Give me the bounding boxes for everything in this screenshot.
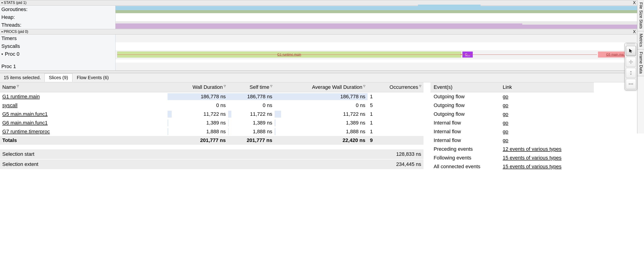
- tool-pan[interactable]: [626, 57, 636, 67]
- toolbox[interactable]: [625, 43, 637, 90]
- selection-extent-label: Selection extent: [0, 159, 245, 169]
- flow-arrow-icon: [461, 54, 462, 55]
- slice-name[interactable]: G1 runtime.main: [0, 92, 168, 101]
- events-panel: Event(s) Link Outgoing flowgoOutgoing fl…: [424, 82, 637, 171]
- event-type: Internal flow: [430, 136, 500, 145]
- table-row[interactable]: syscall0 ns0 ns0 ns5: [0, 101, 424, 110]
- event-link[interactable]: 15 events of various types: [500, 154, 594, 162]
- event-link[interactable]: 12 events of various types: [500, 145, 594, 154]
- stats-tracks: Goroutines: Heap: Threads:: [0, 6, 637, 29]
- row-threads-label[interactable]: Threads:: [0, 21, 115, 29]
- tab-file-size-stats[interactable]: File Size Stats: [637, 0, 644, 31]
- selection-extent-value: 234,445 ns: [245, 159, 424, 169]
- row-syscalls-label[interactable]: Syscalls: [0, 42, 115, 50]
- event-type: Outgoing flow: [430, 110, 500, 118]
- event-link[interactable]: go: [500, 127, 594, 136]
- row-proc0-label[interactable]: Proc 0: [0, 50, 115, 58]
- tool-zoom-vertical[interactable]: [626, 68, 636, 78]
- procs-tracks: Timers Syscalls Proc 0 Proc 1 G1 runtime…: [0, 34, 637, 70]
- slice-name[interactable]: G7 runtime.timerproc: [0, 127, 168, 136]
- event-link[interactable]: go: [500, 101, 594, 110]
- panel-divider[interactable]: [0, 70, 637, 73]
- row-heap-label[interactable]: Heap:: [0, 13, 115, 21]
- pan-icon: [628, 59, 634, 64]
- event-link[interactable]: 15 events of various types: [500, 162, 594, 171]
- table-row[interactable]: G7 runtime.timerproc1,888 ns1,888 ns1,88…: [0, 127, 424, 136]
- right-tabs: File Size Stats Metrics Frame Data: [637, 0, 644, 134]
- col-occurrences[interactable]: Occurrences▽: [368, 82, 424, 92]
- event-row: Internal flowgo: [430, 127, 594, 136]
- event-type: Outgoing flow: [430, 101, 500, 110]
- close-icon[interactable]: X: [633, 0, 636, 5]
- event-link[interactable]: go: [500, 92, 594, 101]
- table-row[interactable]: G5 main.main.func111,722 ns11,722 ns11,7…: [0, 110, 424, 118]
- tab-metrics[interactable]: Metrics: [637, 31, 644, 50]
- selection-summary: 15 items selected.: [0, 75, 44, 80]
- col-event[interactable]: Event(s): [430, 82, 500, 92]
- goroutines-bar[interactable]: [116, 6, 637, 10]
- event-row: Internal flowgo: [430, 118, 594, 127]
- event-type: Following events: [430, 154, 500, 162]
- totals-row: Totals 201,777 ns 201,777 ns 22,420 ns 9: [0, 136, 424, 145]
- table-row[interactable]: G6 main.main.func11,389 ns1,389 ns1,389 …: [0, 118, 424, 127]
- event-type: Internal flow: [430, 127, 500, 136]
- col-link[interactable]: Link: [500, 82, 594, 92]
- group-title: STATS (pid 1): [4, 1, 26, 5]
- group-header-stats[interactable]: ▾ STATS (pid 1) X: [0, 0, 637, 6]
- updown-icon: [628, 70, 634, 76]
- col-name[interactable]: Name▽: [0, 82, 168, 92]
- slice-name[interactable]: syscall: [0, 101, 168, 110]
- tab-slices[interactable]: Slices (9): [44, 74, 72, 82]
- row-proc1-label[interactable]: Proc 1: [0, 62, 115, 70]
- flow-line: [117, 54, 597, 55]
- group-title: PROCS (pid 0): [4, 30, 28, 34]
- event-row: Following events15 events of various typ…: [430, 154, 594, 162]
- event-type: Internal flow: [430, 118, 500, 127]
- goroutines-bar-bg[interactable]: [116, 10, 637, 13]
- selection-start-value: 128,833 ns: [245, 149, 424, 159]
- event-row: Outgoing flowgo: [430, 101, 594, 110]
- event-type: Outgoing flow: [430, 92, 500, 101]
- event-row: All connected events15 events of various…: [430, 162, 594, 171]
- slice-label: G5 main.ma...: [606, 53, 626, 56]
- group-header-procs[interactable]: ▾ PROCS (pid 0) X: [0, 29, 637, 34]
- event-link[interactable]: go: [500, 118, 594, 127]
- col-avg-wall[interactable]: Average Wall Duration▽: [274, 82, 368, 92]
- tool-timing[interactable]: [626, 79, 636, 89]
- bottom-tabs: 15 items selected. Slices (9) Flow Event…: [0, 73, 637, 82]
- event-link[interactable]: go: [500, 136, 594, 145]
- goroutines-bump[interactable]: [418, 4, 480, 10]
- event-row: Internal flowgo: [430, 136, 594, 145]
- event-row: Outgoing flowgo: [430, 110, 594, 118]
- event-row: Outgoing flowgo: [430, 92, 594, 101]
- table-row[interactable]: G1 runtime.main186,778 ns186,778 ns186,7…: [0, 92, 424, 101]
- timing-icon: [628, 82, 634, 86]
- pointer-icon: [628, 48, 634, 54]
- event-type: Preceding events: [430, 145, 500, 154]
- event-link[interactable]: go: [500, 110, 594, 118]
- row-timers-label[interactable]: Timers: [0, 34, 115, 42]
- event-row: Preceding events12 events of various typ…: [430, 145, 594, 154]
- col-wall-duration[interactable]: Wall Duration▽: [168, 82, 228, 92]
- collapse-icon: ▾: [2, 1, 3, 4]
- close-icon[interactable]: X: [633, 30, 636, 34]
- tab-flow-events[interactable]: Flow Events (6): [72, 74, 113, 82]
- stats-canvas[interactable]: [116, 6, 637, 29]
- selection-info: Selection start 128,833 ns Selection ext…: [0, 149, 424, 170]
- slice-name[interactable]: G6 main.main.func1: [0, 118, 168, 127]
- tool-pointer[interactable]: [626, 46, 636, 56]
- tab-frame-data[interactable]: Frame Data: [637, 50, 644, 76]
- threads-bar-high[interactable]: [116, 24, 522, 29]
- selection-start-label: Selection start: [0, 149, 245, 159]
- row-goroutines-label[interactable]: Goroutines:: [0, 6, 115, 13]
- toolbox-grip[interactable]: [626, 43, 636, 45]
- collapse-icon: ▾: [2, 30, 3, 33]
- slices-table: Name▽ Wall Duration▽ Self time▽ Average …: [0, 82, 424, 145]
- procs-canvas[interactable]: G1 runtime.main G... G5 main.ma...: [116, 34, 637, 70]
- event-type: All connected events: [430, 162, 500, 171]
- slice-name[interactable]: G5 main.main.func1: [0, 110, 168, 118]
- col-self-time[interactable]: Self time▽: [228, 82, 274, 92]
